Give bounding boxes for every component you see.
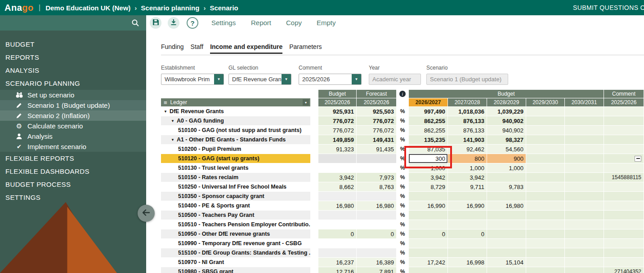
year-cell[interactable]: 1,039,229 — [487, 107, 526, 116]
year-cell[interactable]: 16,990 — [448, 201, 487, 210]
ledger-cell[interactable]: 510510 - Teachers Pension Employer Contr… — [161, 220, 310, 229]
ledger-cell[interactable]: 510350 - Sponsor capacity grant — [161, 192, 310, 201]
year-cell[interactable] — [487, 229, 526, 238]
year-cell[interactable]: 87,035 — [409, 145, 447, 154]
year-cell[interactable] — [565, 154, 604, 163]
sidebar-collapse-button[interactable] — [138, 205, 155, 222]
year-cell[interactable] — [565, 126, 604, 135]
edited-year-cell[interactable]: 300 — [409, 154, 447, 163]
year-cell[interactable] — [526, 211, 564, 220]
comment-cell[interactable] — [604, 201, 644, 210]
year-cell[interactable] — [448, 267, 487, 273]
year-cell[interactable]: 141,903 — [448, 135, 487, 144]
ledger-cell[interactable]: 510130 - Trust level grants — [161, 163, 310, 172]
year-cell[interactable]: 1,018,036 — [448, 107, 487, 116]
comment-cell[interactable] — [604, 116, 644, 125]
cell-value-input[interactable]: 300 — [409, 154, 447, 163]
year-cell[interactable] — [565, 201, 604, 210]
year-cell[interactable] — [526, 258, 564, 267]
year-cell[interactable]: 1,000 — [409, 163, 447, 172]
ledger-cell[interactable]: 510500 - Teachers Pay Grant — [161, 211, 310, 220]
year-cell[interactable]: 16,998 — [448, 258, 487, 267]
year-cell[interactable] — [565, 107, 604, 116]
year-cell[interactable]: 1,000 — [487, 163, 526, 172]
expand-arrow-icon[interactable]: ▼ — [171, 138, 174, 142]
chevron-down-icon[interactable]: ▼ — [214, 74, 224, 84]
year-cell[interactable]: 0 — [448, 229, 487, 238]
comment-cell[interactable] — [604, 258, 644, 267]
submit-questions-link[interactable]: SUBMIT QUESTIONS O — [573, 4, 644, 11]
info-icon[interactable]: i — [399, 91, 406, 97]
breadcrumb-item-scenario-planning[interactable]: Scenario planning — [141, 4, 199, 12]
year-cell[interactable] — [409, 239, 447, 248]
year-cell[interactable] — [526, 239, 564, 248]
year-cell[interactable] — [409, 192, 447, 201]
ledger-column-header[interactable]: ≡Ledger▾ — [161, 98, 310, 106]
comment-cell[interactable] — [604, 239, 644, 248]
sidebar-subitem-scenario-1-budget-update[interactable]: Scenario 1 (Budget update) — [0, 100, 146, 110]
filter-dropdown-gl-selection[interactable]: DfE Revenue Gran▼ — [228, 74, 291, 85]
ledger-cell[interactable]: 510250 - Universal Inf Free School Meals — [161, 182, 310, 191]
comment-cell[interactable] — [604, 126, 644, 135]
comment-cell[interactable]: 1545888115 — [604, 173, 644, 182]
ledger-filter-dropdown-icon[interactable]: ▾ — [303, 99, 309, 106]
sidebar-subitem-calculate-scenario[interactable]: ⚙Calculate scenario — [0, 121, 146, 131]
year-cell[interactable] — [526, 145, 564, 154]
comment-note-icon[interactable] — [635, 156, 641, 162]
chevron-down-icon[interactable]: ▼ — [352, 74, 361, 84]
year-cell[interactable] — [487, 220, 526, 229]
year-cell[interactable] — [565, 163, 604, 172]
menu-item-report[interactable]: Report — [251, 19, 271, 26]
filter-dropdown-comment[interactable]: 2025/2026▼ — [299, 74, 362, 85]
year-cell[interactable] — [526, 220, 564, 229]
year-cell[interactable]: 876,133 — [448, 126, 487, 135]
year-cell[interactable]: 1,000 — [448, 163, 487, 172]
year-cell[interactable]: 9,783 — [487, 182, 526, 191]
help-button[interactable]: ? — [187, 17, 198, 29]
year-cell[interactable] — [526, 192, 564, 201]
year-cell[interactable]: 900 — [487, 154, 526, 163]
comment-cell[interactable] — [604, 192, 644, 201]
year-cell[interactable] — [526, 201, 564, 210]
year-cell[interactable] — [526, 107, 564, 116]
ledger-cell[interactable]: ▼A0 - GAG funding — [161, 116, 310, 125]
comment-cell[interactable] — [604, 107, 644, 116]
menu-item-settings[interactable]: Settings — [211, 19, 236, 26]
sidebar-item-analysis[interactable]: ANALYSIS — [0, 64, 146, 77]
sidebar-item-reports[interactable]: REPORTS — [0, 51, 146, 64]
year-cell[interactable] — [487, 267, 526, 273]
year-cell[interactable] — [526, 154, 564, 163]
year-cell[interactable] — [487, 192, 526, 201]
year-cell[interactable] — [565, 173, 604, 182]
year-cell[interactable] — [448, 211, 487, 220]
year-cell[interactable]: 862,255 — [409, 116, 447, 125]
year-cell[interactable]: 862,255 — [409, 126, 447, 135]
sidebar-item-flexible-reports[interactable]: FLEXIBLE REPORTS — [0, 152, 146, 165]
year-cell[interactable] — [565, 135, 604, 144]
sidebar-item-budget[interactable]: BUDGET — [0, 38, 146, 51]
year-cell[interactable] — [526, 126, 564, 135]
year-cell[interactable] — [526, 116, 564, 125]
ledger-cell[interactable]: ▼A1 - Other DfE Grants - Standards Funds — [161, 135, 310, 144]
ledger-cell[interactable]: 510970 - NI Grant — [161, 258, 310, 267]
year-cell[interactable] — [565, 116, 604, 125]
comment-cell[interactable] — [604, 248, 644, 257]
year-cell[interactable] — [565, 192, 604, 201]
year-cell[interactable] — [487, 173, 526, 182]
year-cell[interactable] — [526, 248, 564, 257]
tab-funding[interactable]: Funding — [161, 43, 184, 54]
sidebar-subitem-implement-scenario[interactable]: ✔Implement scenario — [0, 141, 146, 152]
ledger-cell[interactable]: 510950 - Other DfE revenue grants — [161, 229, 310, 238]
ledger-cell[interactable]: 510980 - SBSG grant — [161, 267, 310, 273]
year-cell[interactable]: 16,980 — [487, 201, 526, 210]
save-button[interactable] — [150, 17, 161, 29]
menu-item-copy[interactable]: Copy — [286, 19, 302, 26]
sidebar-subitem-scenario-2-inflation[interactable]: Scenario 2 (Inflation) — [0, 110, 146, 121]
sidebar-subitem-analysis[interactable]: Analysis — [0, 131, 146, 141]
sidebar-item-budget-process[interactable]: BUDGET PROCESS — [0, 178, 146, 191]
year-cell[interactable] — [448, 192, 487, 201]
year-cell[interactable]: 9,711 — [448, 182, 487, 191]
sidebar-item-scenario-planning[interactable]: SCENARIO PLANNING — [0, 77, 146, 90]
year-cell[interactable] — [526, 182, 564, 191]
sidebar-item-flexible-dashboards[interactable]: FLEXIBLE DASHBOARDS — [0, 165, 146, 178]
